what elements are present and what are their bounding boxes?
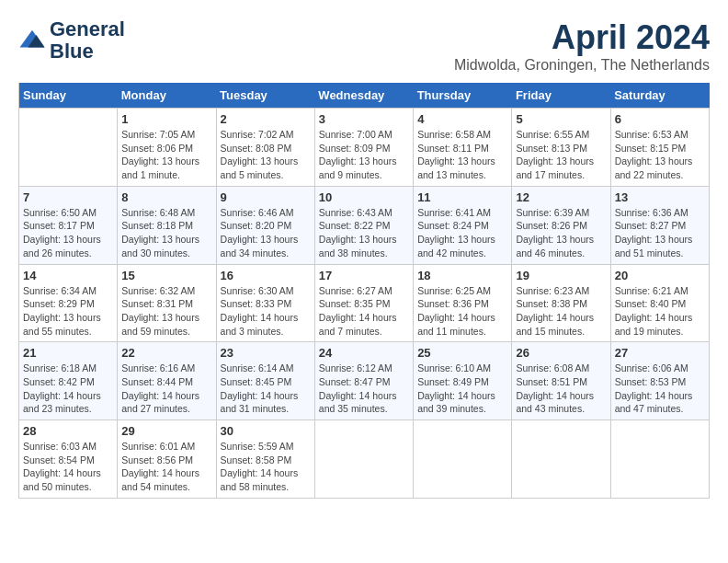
calendar-cell: 2Sunrise: 7:02 AM Sunset: 8:08 PM Daylig… [216,109,314,187]
day-number: 14 [23,269,113,282]
day-number: 2 [221,112,311,126]
calendar-cell: 9Sunrise: 6:46 AM Sunset: 8:20 PM Daylig… [216,186,314,264]
day-number: 19 [516,269,606,282]
week-row-3: 14Sunrise: 6:34 AM Sunset: 8:29 PM Dayli… [19,264,710,342]
day-number: 17 [319,269,409,282]
day-info: Sunrise: 5:59 AM Sunset: 8:58 PM Dayligh… [221,440,311,494]
day-number: 20 [615,269,705,282]
calendar-cell: 12Sunrise: 6:39 AM Sunset: 8:26 PM Dayli… [512,186,610,264]
calendar-cell: 11Sunrise: 6:41 AM Sunset: 8:24 PM Dayli… [414,186,512,264]
week-row-1: 1Sunrise: 7:05 AM Sunset: 8:06 PM Daylig… [19,109,710,187]
header-cell-saturday: Saturday [610,83,709,109]
day-info: Sunrise: 6:55 AM Sunset: 8:13 PM Dayligh… [516,128,606,182]
calendar-cell: 27Sunrise: 6:06 AM Sunset: 8:53 PM Dayli… [610,342,709,420]
day-number: 30 [221,424,311,438]
day-number: 10 [319,190,409,204]
page-header: General Blue April 2024 Midwolda, Gronin… [18,18,710,74]
day-number: 3 [319,112,409,126]
day-info: Sunrise: 6:21 AM Sunset: 8:40 PM Dayligh… [615,284,705,339]
day-info: Sunrise: 6:12 AM Sunset: 8:47 PM Dayligh… [319,362,409,416]
calendar-cell: 29Sunrise: 6:01 AM Sunset: 8:56 PM Dayli… [118,420,216,499]
logo-icon [18,27,46,54]
day-info: Sunrise: 6:58 AM Sunset: 8:11 PM Dayligh… [417,128,507,182]
calendar-cell: 23Sunrise: 6:14 AM Sunset: 8:45 PM Dayli… [216,342,314,420]
header-cell-thursday: Thursday [414,83,512,109]
week-row-4: 21Sunrise: 6:18 AM Sunset: 8:42 PM Dayli… [19,342,710,420]
calendar-cell: 21Sunrise: 6:18 AM Sunset: 8:42 PM Dayli… [19,342,118,420]
header-row: SundayMondayTuesdayWednesdayThursdayFrid… [19,83,710,109]
day-info: Sunrise: 6:39 AM Sunset: 8:26 PM Dayligh… [516,206,606,260]
day-info: Sunrise: 6:14 AM Sunset: 8:45 PM Dayligh… [221,362,311,416]
calendar-table: SundayMondayTuesdayWednesdayThursdayFrid… [18,83,710,499]
logo-line1: General [50,18,125,40]
day-number: 7 [23,190,113,204]
calendar-cell: 10Sunrise: 6:43 AM Sunset: 8:22 PM Dayli… [314,186,413,264]
calendar-cell [610,420,709,499]
calendar-cell: 25Sunrise: 6:10 AM Sunset: 8:49 PM Dayli… [414,342,512,420]
calendar-cell: 15Sunrise: 6:32 AM Sunset: 8:31 PM Dayli… [118,264,216,342]
day-info: Sunrise: 6:50 AM Sunset: 8:17 PM Dayligh… [23,206,113,260]
day-info: Sunrise: 6:27 AM Sunset: 8:35 PM Dayligh… [319,284,409,339]
day-info: Sunrise: 7:02 AM Sunset: 8:08 PM Dayligh… [221,128,311,182]
day-info: Sunrise: 6:18 AM Sunset: 8:42 PM Dayligh… [23,362,113,416]
calendar-cell: 6Sunrise: 6:53 AM Sunset: 8:15 PM Daylig… [610,109,709,187]
day-info: Sunrise: 6:10 AM Sunset: 8:49 PM Dayligh… [417,362,507,416]
calendar-cell: 24Sunrise: 6:12 AM Sunset: 8:47 PM Dayli… [314,342,413,420]
day-number: 6 [615,112,705,126]
day-info: Sunrise: 6:01 AM Sunset: 8:56 PM Dayligh… [121,440,211,494]
day-info: Sunrise: 6:43 AM Sunset: 8:22 PM Dayligh… [319,206,409,260]
day-info: Sunrise: 6:03 AM Sunset: 8:54 PM Dayligh… [23,440,113,494]
day-info: Sunrise: 6:41 AM Sunset: 8:24 PM Dayligh… [417,206,507,260]
calendar-cell: 13Sunrise: 6:36 AM Sunset: 8:27 PM Dayli… [610,186,709,264]
day-info: Sunrise: 6:30 AM Sunset: 8:33 PM Dayligh… [221,284,311,339]
calendar-cell: 20Sunrise: 6:21 AM Sunset: 8:40 PM Dayli… [610,264,709,342]
calendar-cell: 8Sunrise: 6:48 AM Sunset: 8:18 PM Daylig… [118,186,216,264]
day-number: 27 [615,346,705,360]
calendar-cell: 7Sunrise: 6:50 AM Sunset: 8:17 PM Daylig… [19,186,118,264]
day-info: Sunrise: 6:36 AM Sunset: 8:27 PM Dayligh… [615,206,705,260]
logo-text: General Blue [50,18,125,63]
day-number: 28 [23,424,113,438]
day-info: Sunrise: 6:53 AM Sunset: 8:15 PM Dayligh… [615,128,705,182]
header-cell-tuesday: Tuesday [216,83,314,109]
day-info: Sunrise: 6:25 AM Sunset: 8:36 PM Dayligh… [417,284,507,339]
day-number: 22 [121,346,211,360]
day-info: Sunrise: 6:08 AM Sunset: 8:51 PM Dayligh… [516,362,606,416]
calendar-cell: 26Sunrise: 6:08 AM Sunset: 8:51 PM Dayli… [512,342,610,420]
month-title: April 2024 [454,18,710,57]
calendar-cell: 18Sunrise: 6:25 AM Sunset: 8:36 PM Dayli… [414,264,512,342]
calendar-cell: 14Sunrise: 6:34 AM Sunset: 8:29 PM Dayli… [19,264,118,342]
day-info: Sunrise: 6:16 AM Sunset: 8:44 PM Dayligh… [121,362,211,416]
calendar-cell [414,420,512,499]
day-number: 11 [417,190,507,204]
calendar-cell: 1Sunrise: 7:05 AM Sunset: 8:06 PM Daylig… [118,109,216,187]
day-number: 4 [417,112,507,126]
day-number: 16 [221,269,311,282]
day-number: 25 [417,346,507,360]
logo-line2: Blue [50,40,125,63]
day-number: 13 [615,190,705,204]
day-info: Sunrise: 7:05 AM Sunset: 8:06 PM Dayligh… [121,128,211,182]
day-info: Sunrise: 6:06 AM Sunset: 8:53 PM Dayligh… [615,362,705,416]
header-cell-wednesday: Wednesday [314,83,413,109]
day-number: 12 [516,190,606,204]
day-number: 23 [221,346,311,360]
header-cell-friday: Friday [512,83,610,109]
calendar-cell: 28Sunrise: 6:03 AM Sunset: 8:54 PM Dayli… [19,420,118,499]
day-info: Sunrise: 6:23 AM Sunset: 8:38 PM Dayligh… [516,284,606,339]
logo: General Blue [18,18,125,63]
week-row-2: 7Sunrise: 6:50 AM Sunset: 8:17 PM Daylig… [19,186,710,264]
day-number: 8 [121,190,211,204]
calendar-cell: 19Sunrise: 6:23 AM Sunset: 8:38 PM Dayli… [512,264,610,342]
calendar-cell [19,109,118,187]
title-section: April 2024 Midwolda, Groningen, The Neth… [454,18,710,74]
calendar-cell: 4Sunrise: 6:58 AM Sunset: 8:11 PM Daylig… [414,109,512,187]
calendar-cell [512,420,610,499]
day-number: 15 [121,269,211,282]
day-info: Sunrise: 6:46 AM Sunset: 8:20 PM Dayligh… [221,206,311,260]
day-number: 26 [516,346,606,360]
calendar-cell [314,420,413,499]
day-info: Sunrise: 6:32 AM Sunset: 8:31 PM Dayligh… [121,284,211,339]
calendar-cell: 22Sunrise: 6:16 AM Sunset: 8:44 PM Dayli… [118,342,216,420]
day-number: 18 [417,269,507,282]
